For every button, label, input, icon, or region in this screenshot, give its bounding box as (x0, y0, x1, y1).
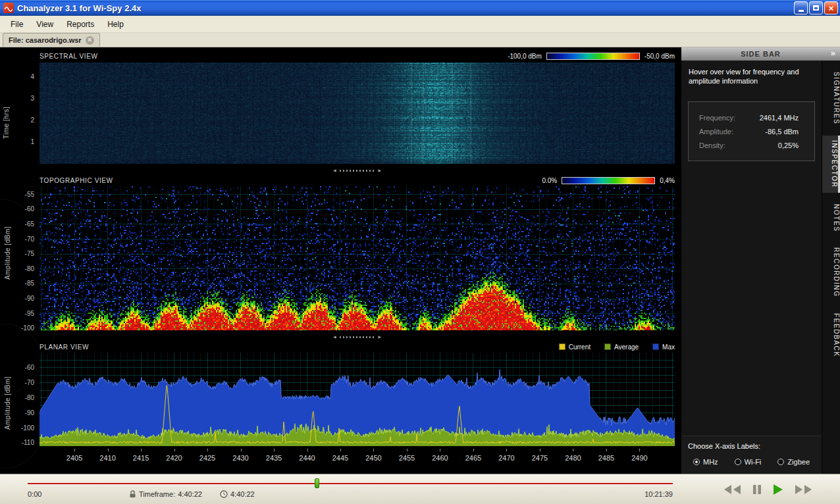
x-axis-tick: 2480 (565, 454, 581, 462)
x-axis-chooser: Choose X-axis Labels: MHzWi-FiZigbee (681, 436, 822, 474)
x-axis-tick-mark (307, 449, 308, 451)
x-axis-tick-mark (606, 449, 607, 451)
x-axis-option-wifi[interactable]: Wi-Fi (735, 458, 762, 466)
minimize-button[interactable] (794, 1, 808, 14)
legend-key-label: Average (614, 343, 639, 351)
x-axis-tick: 2410 (99, 454, 115, 462)
spectral-y-tick: 1 (13, 138, 34, 145)
menu-item-reports[interactable]: Reports (60, 17, 101, 32)
topographic-y-tick: -95 (13, 310, 34, 317)
radio-icon (777, 459, 784, 465)
menu-item-help[interactable]: Help (101, 17, 130, 32)
x-axis-tick-mark (241, 449, 242, 451)
sidebar-header-label: SIDE BAR (741, 50, 781, 58)
splitter-left-arrow-icon: ◀ (333, 335, 336, 339)
spectral-color-scale (546, 53, 640, 60)
x-axis-tick-mark (108, 449, 109, 451)
playback-controls (723, 480, 812, 499)
x-axis-tick-mark (407, 449, 407, 451)
x-axis-tick: 2425 (199, 454, 215, 462)
topographic-y-tick: -65 (13, 220, 34, 228)
x-axis-tick: 2440 (299, 454, 315, 462)
legend-swatch-icon (559, 343, 565, 350)
spectral-legend: -100,0 dBm -50,0 dBm (508, 53, 675, 60)
x-axis-option-zigbee[interactable]: Zigbee (777, 458, 810, 466)
app-icon (3, 3, 14, 13)
lock-icon (129, 490, 136, 498)
x-axis-tick-mark (141, 449, 142, 451)
spectral-view-chart[interactable] (39, 63, 675, 164)
planar-legend-key-max: Max (652, 343, 675, 351)
x-axis-tick: 2490 (631, 454, 647, 462)
sidebar-tab-notes[interactable]: NOTES (822, 199, 840, 236)
spectral-y-axis-label: Time [hrs] (3, 107, 10, 139)
playhead-marker[interactable] (315, 478, 319, 488)
planar-view-chart[interactable] (39, 353, 675, 446)
clock-icon (220, 490, 228, 498)
sidebar-content: Hover over view for frequency and amplit… (681, 61, 822, 474)
sidebar-header: SIDE BAR » (681, 47, 840, 61)
topographic-panel-header: TOPOGRAPHIC VIEW 0.0% 0,4% (39, 175, 675, 186)
close-icon: × (829, 4, 834, 13)
timeframe-label: Timeframe: (139, 490, 175, 498)
rewind-icon (723, 484, 741, 495)
menu-item-file[interactable]: File (4, 17, 30, 32)
legend-swatch-icon (652, 343, 659, 350)
x-axis-tick-mark (540, 449, 540, 451)
x-axis-tick-mark (473, 449, 474, 451)
sidebar-tab-feedback[interactable]: FEEDBACK (822, 309, 840, 362)
current-time-group: 4:40:22 (220, 490, 255, 498)
legend-key-label: Max (662, 343, 675, 351)
topographic-view-chart[interactable] (39, 186, 675, 330)
planar-legend-key-average: Average (604, 343, 639, 351)
topographic-legend-min: 0.0% (542, 177, 557, 184)
timeframe-value: 4:40:22 (178, 490, 202, 498)
x-axis-tick: 2415 (133, 454, 149, 462)
app-window: Chanalyzer 3.1 for Wi-Spy 2.4x × FileVie… (0, 0, 840, 504)
x-axis-tick-mark (440, 449, 440, 451)
splitter-topographic-planar[interactable]: ◀ ▶ (39, 333, 675, 341)
x-axis-tick-mark (207, 449, 208, 451)
planar-y-tick: -60 (13, 364, 34, 371)
splitter-handle (340, 170, 375, 172)
topographic-y-tick: -85 (13, 280, 34, 287)
play-button[interactable] (773, 484, 783, 495)
planar-y-tick: -70 (13, 379, 34, 386)
right-pane: SIDE BAR » Hover over view for frequency… (681, 47, 840, 474)
splitter-spectral-topographic[interactable]: ◀ ▶ (39, 166, 675, 174)
spectral-legend-max: -50,0 dBm (644, 53, 675, 60)
fast-forward-button[interactable] (795, 484, 812, 495)
x-axis-tick: 2485 (598, 454, 614, 462)
sidebar-tab-inspector[interactable]: INSPECTOR (822, 136, 840, 193)
maximize-button[interactable] (809, 1, 823, 14)
sidebar-tab-signatures[interactable]: SIGNATURES (822, 67, 840, 129)
timeline-track[interactable] (28, 483, 673, 484)
menu-bar: FileViewReportsHelp (0, 16, 840, 33)
topographic-y-tick: -90 (13, 295, 34, 302)
sidebar-tab-recording[interactable]: RECORDING (822, 243, 840, 302)
menu-item-view[interactable]: View (30, 17, 60, 32)
x-axis-tick: 2435 (266, 454, 282, 462)
document-tab[interactable]: File: casarodrigo.wsr × (3, 33, 100, 47)
legend-key-label: Current (569, 343, 591, 351)
x-axis-option-label: Zigbee (787, 458, 810, 466)
pause-button[interactable] (752, 484, 762, 495)
sidebar-collapse-icon[interactable]: » (831, 48, 835, 58)
x-axis-option-label: MHz (703, 458, 718, 466)
topographic-y-tick: -100 (13, 324, 34, 332)
splitter-right-arrow-icon: ▶ (379, 335, 382, 339)
planar-y-tick: -100 (13, 424, 34, 432)
end-time-label: 10:21:39 (625, 490, 673, 498)
rewind-button[interactable] (723, 484, 741, 495)
topographic-y-tick: -70 (13, 236, 34, 243)
planar-legend-key-current: Current (559, 343, 591, 351)
play-icon (773, 484, 783, 495)
radio-icon (693, 459, 700, 465)
inspector-row-value: 0,25% (744, 141, 809, 149)
inspector-row: Frequency:2461,4 MHz (694, 111, 809, 124)
close-button[interactable]: × (824, 1, 838, 14)
x-axis-option-mhz[interactable]: MHz (693, 458, 718, 466)
main-area: SPECTRAL VIEW -100,0 dBm -50,0 dBm Time … (0, 47, 681, 474)
fast-forward-icon (795, 484, 812, 495)
tab-close-icon[interactable]: × (86, 36, 94, 45)
